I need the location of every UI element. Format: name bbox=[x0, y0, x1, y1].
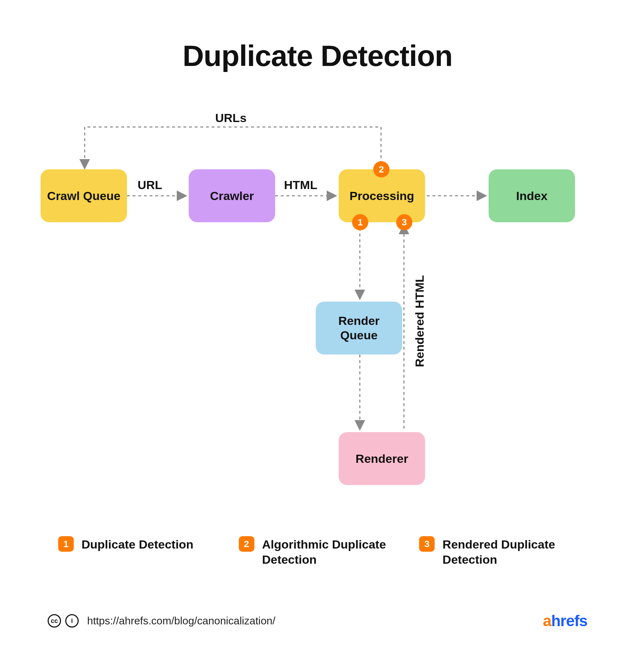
node-renderer: Renderer bbox=[339, 432, 425, 485]
legend-badge: 2 bbox=[239, 536, 254, 552]
brand-logo: ahrefs bbox=[543, 612, 587, 630]
badge-2: 2 bbox=[373, 161, 389, 177]
legend: 1 Duplicate Detection 2 Algorithmic Dupl… bbox=[58, 536, 589, 567]
edge-label-url: URL bbox=[138, 178, 162, 192]
footer-url: https://ahrefs.com/blog/canonicalization… bbox=[87, 615, 276, 627]
footer: cc https://ahrefs.com/blog/canonicalizat… bbox=[48, 612, 587, 630]
footer-left: cc https://ahrefs.com/blog/canonicalizat… bbox=[48, 614, 276, 628]
legend-text: Algorithmic Duplicate Detection bbox=[262, 536, 389, 567]
legend-badge: 1 bbox=[58, 536, 74, 552]
legend-item-3: 3 Rendered Duplicate Detection bbox=[419, 536, 589, 567]
legend-item-1: 1 Duplicate Detection bbox=[58, 536, 228, 567]
legend-text: Duplicate Detection bbox=[81, 536, 193, 552]
node-label: Processing bbox=[350, 189, 414, 203]
node-crawl-queue: Crawl Queue bbox=[41, 169, 127, 222]
node-label: Render Queue bbox=[319, 314, 399, 343]
node-crawler: Crawler bbox=[189, 169, 275, 222]
node-label: Renderer bbox=[356, 452, 408, 466]
node-label: Crawl Queue bbox=[47, 189, 121, 203]
brand-part-1: a bbox=[543, 612, 551, 629]
arrow-layer bbox=[28, 106, 607, 494]
edge-label-html: HTML bbox=[284, 178, 317, 192]
diagram-title: Duplicate Detection bbox=[0, 39, 635, 73]
edge-label-rendered-html: Rendered HTML bbox=[413, 275, 427, 367]
node-label: Crawler bbox=[210, 189, 254, 203]
legend-text: Rendered Duplicate Detection bbox=[442, 536, 569, 567]
cc-icon: cc bbox=[48, 614, 61, 628]
edge-label-urls: URLs bbox=[215, 111, 247, 125]
node-label: Index bbox=[516, 189, 548, 203]
diagram-canvas: Crawl Queue Crawler Processing Index Ren… bbox=[28, 106, 607, 494]
node-index: Index bbox=[489, 169, 575, 222]
badge-3: 3 bbox=[396, 214, 412, 230]
brand-part-2: hrefs bbox=[551, 612, 587, 629]
legend-item-2: 2 Algorithmic Duplicate Detection bbox=[239, 536, 409, 567]
legend-badge: 3 bbox=[419, 536, 435, 552]
node-render-queue: Render Queue bbox=[316, 302, 402, 355]
badge-1: 1 bbox=[352, 214, 368, 230]
cc-by-icon bbox=[65, 614, 79, 628]
